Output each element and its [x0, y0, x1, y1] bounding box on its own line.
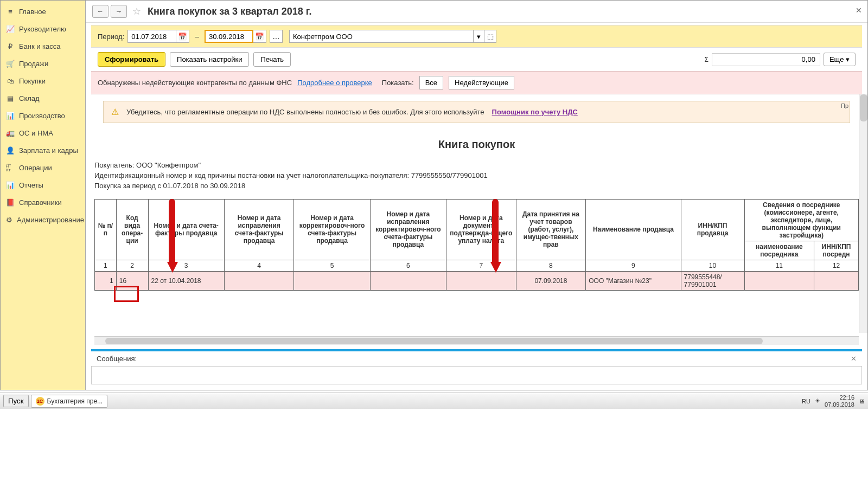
warning-icon: ⚠ — [111, 107, 119, 117]
th-c7: Номер и дата документа, подтвержда-ющего… — [446, 199, 516, 260]
sidebar-item-purchases[interactable]: 🛍Покупки — [1, 72, 85, 89]
tray-monitor-icon[interactable]: 🖥 — [859, 398, 865, 404]
lang-indicator[interactable]: RU — [802, 398, 810, 404]
sidebar-item-label: Операции — [19, 164, 52, 172]
table-row[interactable]: 1 16 22 от 10.04.2018 07.09.2018 ООО "Ма… — [95, 271, 859, 290]
org-input[interactable] — [289, 30, 474, 43]
report-info: Покупатель: ООО "Конфетпром" Идентификац… — [94, 160, 859, 191]
period-select-button[interactable]: … — [270, 30, 283, 43]
sidebar-item-manager[interactable]: 📈Руководителю — [1, 20, 85, 37]
sidebar-item-label: Руководителю — [19, 25, 66, 33]
alert-text: Обнаружены недействующие контрагенты по … — [98, 79, 292, 87]
sidebar-item-reports[interactable]: 📊Отчеты — [1, 176, 85, 194]
sidebar-item-label: Зарплата и кадры — [19, 146, 78, 155]
th-c12: ИНН/КПП посредн — [814, 241, 859, 260]
sum-input[interactable] — [712, 53, 820, 66]
date-to-input[interactable] — [205, 30, 253, 43]
sidebar-item-admin[interactable]: ⚙Администрирование — [1, 211, 85, 228]
sidebar-item-warehouse[interactable]: ▤Склад — [1, 89, 85, 107]
cell-seller: ООО "Магазин №23" — [586, 271, 681, 290]
action-toolbar: Сформировать Показать настройки Печать Σ… — [91, 48, 862, 71]
num-row: 1 2 3 4 5 6 7 8 9 10 11 12 — [95, 260, 859, 271]
date-from-input[interactable] — [127, 30, 176, 43]
sidebar-item-label: Склад — [19, 94, 40, 102]
report-title: Книга покупок — [94, 138, 859, 151]
inn-line: Идентификационный номер и код причины по… — [94, 171, 859, 181]
warn-text: Убедитесь, что регламентные операции по … — [126, 108, 484, 116]
purchase-table: № п/п Код вида опера-ции Номер и дата сч… — [94, 199, 859, 291]
clock[interactable]: 22:16 07.09.2018 — [825, 394, 854, 407]
th-c5: Номер и дата корректировоч-ного счета-фа… — [294, 199, 370, 260]
print-button[interactable]: Печать — [253, 52, 291, 67]
alert-bar: Обнаружены недействующие контрагенты по … — [91, 71, 862, 94]
alert-link[interactable]: Подробнее о проверке — [297, 79, 372, 87]
sidebar-item-sales[interactable]: 🛒Продажи — [1, 55, 85, 72]
back-button[interactable]: ← — [92, 5, 108, 18]
pr-label: Пр — [841, 102, 848, 109]
th-c6: Номер и дата исправления корректировоч-н… — [370, 199, 446, 260]
calendar-icon[interactable]: 📅 — [253, 30, 266, 43]
bars-icon: 📊 — [6, 111, 15, 120]
taskbar-app-label: Бухгалтерия пре... — [47, 397, 103, 405]
forward-button[interactable]: → — [111, 5, 127, 18]
sidebar-item-label: Продажи — [19, 60, 48, 68]
sidebar-item-refs[interactable]: 📕Справочники — [1, 194, 85, 211]
sidebar-item-operations[interactable]: Дт КтОперации — [1, 159, 85, 176]
messages-label: Сообщения: — [97, 355, 137, 363]
sidebar-item-assets[interactable]: 🚛ОС и НМА — [1, 124, 85, 142]
sidebar-item-bank[interactable]: ₽Банк и касса — [1, 37, 85, 55]
star-icon[interactable]: ☆ — [132, 5, 141, 17]
open-icon[interactable]: ⬚ — [484, 30, 496, 43]
sidebar-item-label: Главное — [19, 8, 46, 16]
cart-icon: 🛒 — [6, 59, 15, 68]
more-button[interactable]: Еще ▾ — [824, 53, 856, 66]
horizontal-scrollbar[interactable] — [94, 336, 859, 345]
sigma-icon: Σ — [705, 56, 709, 63]
close-icon[interactable]: ✕ — [856, 6, 862, 15]
show-label: Показать: — [382, 79, 414, 87]
sidebar-item-label: Покупки — [19, 77, 46, 85]
cell-c5 — [294, 271, 370, 290]
sidebar-item-main[interactable]: ≡Главное — [1, 3, 85, 20]
sidebar-item-label: ОС и НМА — [19, 129, 53, 137]
buyer-line: Покупатель: ООО "Конфетпром" — [94, 160, 859, 171]
th-date: Дата принятия на учет товаров (работ, ус… — [516, 199, 586, 260]
header: ← → ☆ Книга покупок за 3 квартал 2018 г. — [86, 1, 867, 23]
close-icon[interactable]: ✕ — [851, 355, 857, 363]
messages-panel: Сообщения: ✕ — [91, 349, 862, 384]
warn-link[interactable]: Помощник по учету НДС — [492, 108, 578, 116]
gear-icon: ⚙ — [6, 215, 12, 224]
start-button[interactable]: Пуск — [3, 395, 29, 407]
taskbar-app[interactable]: 1С Бухгалтерия пре... — [31, 395, 108, 408]
menu-icon: ≡ — [6, 7, 15, 16]
app-logo-icon: 1С — [36, 397, 44, 406]
messages-body — [91, 366, 862, 384]
tray-icon[interactable]: ☀ — [815, 397, 820, 404]
main-content: ✕ ← → ☆ Книга покупок за 3 квартал 2018 … — [86, 1, 867, 390]
show-settings-button[interactable]: Показать настройки — [170, 52, 249, 67]
chart-icon: 📈 — [6, 24, 15, 33]
period-label: Период: — [98, 33, 124, 41]
bag-icon: 🛍 — [6, 76, 15, 85]
page-title: Книга покупок за 3 квартал 2018 г. — [148, 6, 312, 17]
vertical-scrollbar[interactable] — [859, 94, 867, 333]
filter-inactive-button[interactable]: Недействующие — [449, 76, 514, 89]
calendar-icon[interactable]: 📅 — [176, 30, 189, 43]
cell-invoice: 22 от 10.04.2018 — [148, 271, 224, 290]
cell-c11 — [744, 271, 814, 290]
filter-all-button[interactable]: Все — [419, 76, 443, 89]
period-line: Покупка за период с 01.07.2018 по 30.09.… — [94, 181, 859, 191]
person-icon: 👤 — [6, 146, 15, 155]
chevron-down-icon[interactable]: ▾ — [474, 30, 484, 43]
report-icon: 📊 — [6, 181, 15, 189]
cell-c12 — [814, 271, 859, 290]
taskbar: Пуск 1С Бухгалтерия пре... RU ☀ 22:16 07… — [0, 393, 868, 409]
cell-c7 — [446, 271, 516, 290]
th-code: Код вида опера-ции — [116, 199, 148, 260]
form-button[interactable]: Сформировать — [98, 52, 165, 67]
sidebar-item-production[interactable]: 📊Производство — [1, 107, 85, 124]
sidebar-item-payroll[interactable]: 👤Зарплата и кадры — [1, 142, 85, 159]
sidebar: ≡Главное 📈Руководителю ₽Банк и касса 🛒Пр… — [1, 1, 86, 390]
sidebar-item-label: Справочники — [19, 198, 62, 207]
warning-bar: ⚠ Убедитесь, что регламентные операции п… — [103, 101, 850, 123]
